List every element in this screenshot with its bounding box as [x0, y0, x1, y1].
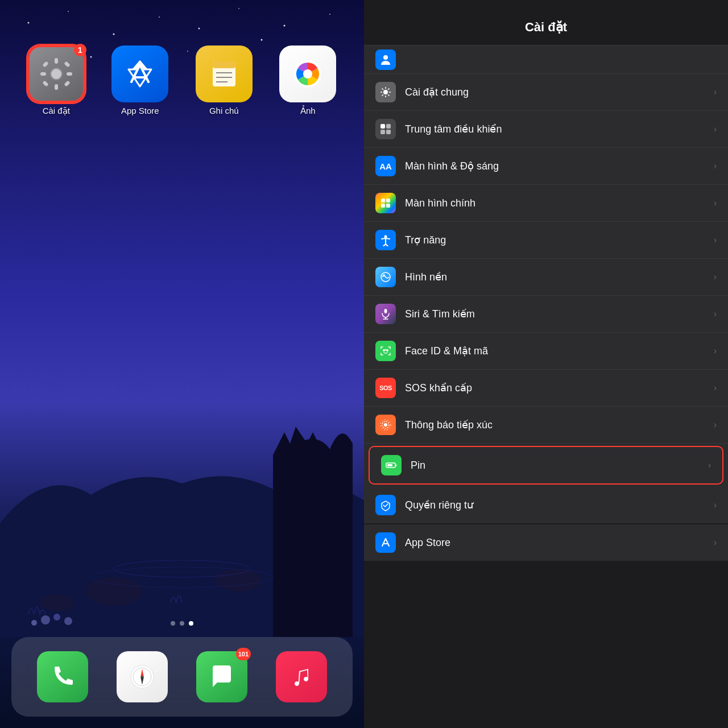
sos-label: SOS khẩn cấp	[405, 382, 714, 394]
control-center-icon	[375, 119, 396, 139]
settings-item-siri[interactable]: Siri & Tìm kiếm ›	[364, 296, 728, 333]
battery-chevron: ›	[708, 460, 711, 470]
settings-item-battery[interactable]: Pin ›	[369, 446, 723, 485]
settings-bottom-section: App Store ›	[364, 524, 728, 561]
appstore-chevron: ›	[714, 537, 717, 548]
settings-item-control-center[interactable]: Trung tâm điều khiển ›	[364, 111, 728, 148]
exposure-label: Thông báo tiếp xúc	[405, 419, 714, 431]
partial-top-item	[364, 46, 728, 74]
messages-badge: 101	[236, 648, 251, 660]
sos-chevron: ›	[714, 383, 717, 393]
svg-point-63	[383, 350, 384, 351]
svg-point-57	[384, 235, 387, 238]
settings-item-exposure[interactable]: Thông báo tiếp xúc ›	[364, 407, 728, 444]
svg-rect-25	[213, 61, 235, 68]
dock: 101	[11, 637, 353, 717]
wallpaper-label: Hình nền	[405, 271, 714, 283]
accessibility-label: Trợ năng	[405, 234, 714, 246]
page-dot-1	[180, 621, 184, 626]
svg-rect-52	[386, 130, 391, 134]
svg-rect-19	[64, 61, 70, 67]
svg-rect-49	[380, 124, 385, 129]
settings-item-appstore[interactable]: App Store ›	[364, 524, 728, 561]
settings-item-faceid[interactable]: Face ID & Mật mã ›	[364, 333, 728, 370]
svg-point-30	[303, 69, 312, 78]
dock-phone-icon[interactable]	[37, 651, 88, 702]
settings-item-display[interactable]: AA Màn hình & Độ sáng ›	[364, 148, 728, 185]
app-item-photos[interactable]: Ảnh	[275, 46, 342, 116]
battery-icon	[381, 455, 402, 475]
exposure-chevron: ›	[714, 420, 717, 430]
app-item-appstore[interactable]: App Store	[107, 46, 174, 116]
landscape-decoration	[0, 353, 364, 637]
general-chevron: ›	[714, 87, 717, 97]
settings-item-wallpaper[interactable]: Hình nền ›	[364, 259, 728, 296]
settings-item-homescreen-setting[interactable]: Màn hình chính ›	[364, 185, 728, 222]
faceid-icon	[375, 341, 396, 361]
svg-point-47	[383, 55, 388, 60]
svg-rect-54	[386, 198, 390, 202]
svg-rect-70	[387, 464, 392, 466]
appstore-settings-label: App Store	[405, 537, 714, 549]
exposure-icon	[375, 415, 396, 435]
svg-point-60	[384, 309, 387, 313]
accessibility-chevron: ›	[714, 235, 717, 245]
homescreen-setting-icon	[375, 193, 396, 213]
notes-app-icon	[196, 46, 253, 102]
display-icon: AA	[375, 156, 396, 176]
settings-group-1: Cài đặt chung › Trung tâm điều khiển ›	[364, 74, 728, 523]
settings-panel: Cài đặt Cài đặt ch	[364, 0, 728, 728]
svg-point-32	[85, 577, 142, 606]
svg-rect-16	[40, 72, 46, 76]
svg-rect-53	[381, 198, 385, 202]
sos-icon: SOS	[375, 378, 396, 398]
svg-rect-15	[55, 84, 58, 90]
battery-label: Pin	[411, 460, 708, 471]
settings-header: Cài đặt	[364, 0, 728, 46]
dock-safari-icon[interactable]	[117, 651, 168, 702]
siri-icon	[375, 304, 396, 324]
svg-rect-17	[67, 72, 72, 76]
svg-rect-20	[42, 80, 48, 86]
settings-item-privacy[interactable]: Quyền riêng tư ›	[364, 487, 728, 523]
appstore-settings-icon	[375, 532, 396, 553]
appstore-app-label: App Store	[121, 106, 159, 115]
settings-item-sos[interactable]: SOS SOS khẩn cấp ›	[364, 370, 728, 407]
general-icon	[375, 82, 396, 102]
svg-point-5	[238, 8, 239, 9]
dock-music-icon[interactable]	[276, 651, 327, 702]
photos-app-icon	[279, 46, 336, 102]
display-chevron: ›	[714, 161, 717, 171]
svg-point-34	[40, 594, 74, 611]
page-dot-0	[171, 621, 175, 626]
wallpaper-chevron: ›	[714, 272, 717, 282]
control-center-label: Trung tâm điều khiển	[405, 123, 714, 135]
settings-scroll[interactable]: Cài đặt chung › Trung tâm điều khiển ›	[364, 46, 728, 728]
appstore-app-icon	[111, 46, 168, 102]
faceid-label: Face ID & Mật mã	[405, 345, 714, 357]
siri-chevron: ›	[714, 309, 717, 319]
wallpaper-icon	[375, 267, 396, 287]
svg-rect-55	[381, 204, 385, 208]
partial-icon	[375, 49, 396, 70]
homescreen-chevron: ›	[714, 198, 717, 208]
app-grid: 1 Cài đặt App Store	[0, 11, 364, 127]
svg-rect-56	[386, 204, 390, 208]
dock-messages-icon[interactable]: 101	[196, 651, 247, 702]
privacy-icon	[375, 495, 396, 515]
app-item-settings[interactable]: 1 Cài đặt	[23, 46, 90, 116]
display-label: Màn hình & Độ sáng	[405, 160, 714, 172]
settings-item-accessibility[interactable]: Trợ năng ›	[364, 222, 728, 259]
svg-point-33	[216, 569, 262, 592]
settings-title: Cài đặt	[375, 11, 717, 39]
settings-item-general[interactable]: Cài đặt chung ›	[364, 74, 728, 111]
svg-rect-21	[64, 80, 70, 86]
app-item-notes[interactable]: Ghi chú	[191, 46, 258, 116]
notes-app-label: Ghi chú	[209, 106, 239, 115]
svg-point-59	[383, 274, 385, 276]
settings-app-label: Cài đặt	[43, 106, 70, 116]
svg-point-64	[387, 350, 388, 351]
page-dots	[0, 621, 364, 626]
page-dot-2	[189, 621, 193, 626]
svg-point-48	[383, 90, 388, 94]
